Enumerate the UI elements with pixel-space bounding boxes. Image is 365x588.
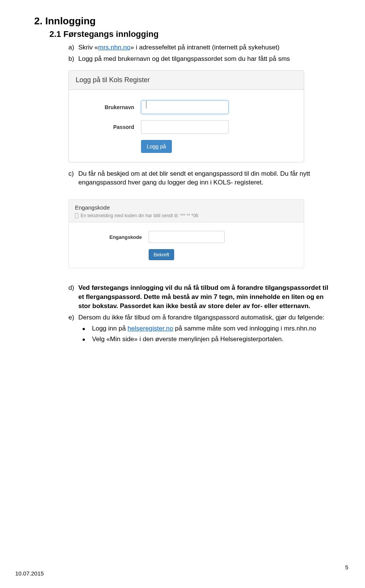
text: Du får nå beskjed om at det blir sendt e…: [78, 169, 331, 188]
bullet-icon: ●: [82, 324, 92, 333]
login-panel: Logg på til Kols Register Brukernavn Pas…: [68, 70, 304, 162]
username-label: Brukernavn: [76, 104, 141, 110]
otp-code-label: Engangskode: [76, 234, 149, 240]
login-button[interactable]: Logg på: [141, 140, 172, 153]
list-marker: a): [68, 43, 78, 52]
list-marker: e): [68, 313, 78, 322]
text: Logg inn på: [92, 325, 128, 332]
text: » i adressefeltet på intranett (internet…: [130, 44, 279, 51]
list-item-e: e) Dersom du ikke får tilbud om å forand…: [68, 313, 331, 322]
list-marker: d): [68, 283, 78, 310]
list-item-b: b) Logg på med brukernavn og det tilgang…: [68, 54, 331, 64]
otp-panel-title: Engangskode: [75, 204, 298, 211]
text: Dersom du ikke får tilbud om å forandre …: [78, 313, 331, 322]
confirm-button[interactable]: Bekreft: [149, 249, 174, 260]
text: på samme måte som ved innlogging i mrs.n…: [173, 325, 316, 332]
bullet-item-2: ● Velg «Min side» i den øverste menylinj…: [82, 335, 331, 344]
list-marker: c): [68, 169, 78, 188]
footer-date: 10.07.2015: [15, 570, 44, 577]
footer-page-number: 5: [345, 564, 348, 571]
text: Velg «Min side» i den øverste menylinjen…: [92, 335, 284, 344]
username-input[interactable]: [141, 100, 229, 114]
list-item-a: a) Skriv «mrs.nhn.no» i adressefeltet på…: [68, 43, 331, 52]
otp-code-input[interactable]: [149, 231, 225, 243]
bullet-icon: ●: [82, 335, 92, 344]
otp-panel: Engangskode En tekstmelding med koden di…: [68, 199, 304, 268]
text: Ved førstegangs innlogging vil du nå få …: [78, 283, 331, 310]
helseregister-link[interactable]: helseregister.no: [128, 325, 173, 332]
login-panel-title: Logg på til Kols Register: [69, 71, 304, 90]
heading-2: 2. Innlogging: [34, 15, 331, 27]
list-marker: b): [68, 54, 78, 64]
password-input[interactable]: [141, 120, 229, 134]
list-item-c: c) Du får nå beskjed om at det blir send…: [68, 169, 331, 188]
text: Skriv «: [78, 44, 98, 51]
heading-3: 2.1 Førstegangs innlogging: [49, 29, 331, 39]
bullet-item-1: ● Logg inn på helseregister.no på samme …: [82, 324, 331, 333]
text: Logg på med brukernavn og det tilgangspa…: [78, 54, 331, 64]
otp-message: En tekstmelding med koden din har blitt …: [81, 213, 198, 218]
password-label: Passord: [76, 124, 141, 130]
list-item-d: d) Ved førstegangs innlogging vil du nå …: [68, 283, 331, 310]
mrs-nhn-link[interactable]: mrs.nhn.no: [98, 44, 130, 51]
phone-icon: [75, 213, 78, 218]
